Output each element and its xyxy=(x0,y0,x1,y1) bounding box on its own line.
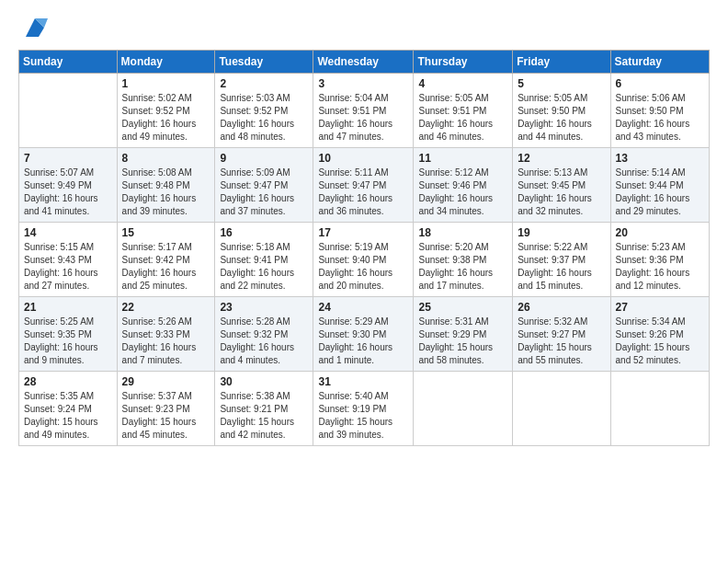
calendar-cell: 10Sunrise: 5:11 AM Sunset: 9:47 PM Dayli… xyxy=(313,148,414,223)
page: SundayMondayTuesdayWednesdayThursdayFrid… xyxy=(0,0,728,455)
calendar-cell xyxy=(19,74,118,148)
day-number: 11 xyxy=(418,152,507,165)
logo xyxy=(18,15,48,40)
day-info: Sunrise: 5:04 AM Sunset: 9:51 PM Dayligh… xyxy=(318,92,408,144)
day-info: Sunrise: 5:34 AM Sunset: 9:26 PM Dayligh… xyxy=(616,316,704,367)
day-number: 20 xyxy=(616,226,704,239)
day-number: 22 xyxy=(122,301,210,314)
day-info: Sunrise: 5:40 AM Sunset: 9:19 PM Dayligh… xyxy=(318,390,408,442)
day-number: 27 xyxy=(616,301,704,314)
day-number: 29 xyxy=(122,375,210,388)
calendar-cell: 7Sunrise: 5:07 AM Sunset: 9:49 PM Daylig… xyxy=(19,148,118,223)
day-info: Sunrise: 5:05 AM Sunset: 9:50 PM Dayligh… xyxy=(518,92,605,144)
day-number: 5 xyxy=(518,77,605,90)
calendar-cell: 2Sunrise: 5:03 AM Sunset: 9:52 PM Daylig… xyxy=(215,74,313,148)
day-number: 25 xyxy=(418,301,507,314)
calendar-cell: 29Sunrise: 5:37 AM Sunset: 9:23 PM Dayli… xyxy=(117,372,215,446)
day-number: 21 xyxy=(24,301,112,314)
day-info: Sunrise: 5:15 AM Sunset: 9:43 PM Dayligh… xyxy=(24,241,112,293)
day-number: 7 xyxy=(24,152,112,165)
column-header-friday: Friday xyxy=(513,51,610,74)
day-number: 2 xyxy=(220,77,308,90)
day-info: Sunrise: 5:22 AM Sunset: 9:37 PM Dayligh… xyxy=(518,241,605,293)
column-header-monday: Monday xyxy=(117,51,215,74)
day-info: Sunrise: 5:12 AM Sunset: 9:46 PM Dayligh… xyxy=(418,167,507,218)
calendar-cell: 17Sunrise: 5:19 AM Sunset: 9:40 PM Dayli… xyxy=(313,223,414,297)
day-number: 14 xyxy=(24,226,112,239)
day-info: Sunrise: 5:29 AM Sunset: 9:30 PM Dayligh… xyxy=(318,316,408,367)
day-info: Sunrise: 5:07 AM Sunset: 9:49 PM Dayligh… xyxy=(24,167,112,218)
calendar-cell: 1Sunrise: 5:02 AM Sunset: 9:52 PM Daylig… xyxy=(117,74,215,148)
day-info: Sunrise: 5:19 AM Sunset: 9:40 PM Dayligh… xyxy=(318,241,408,293)
day-info: Sunrise: 5:17 AM Sunset: 9:42 PM Dayligh… xyxy=(122,241,210,293)
calendar-cell: 9Sunrise: 5:09 AM Sunset: 9:47 PM Daylig… xyxy=(215,148,313,223)
calendar-cell: 4Sunrise: 5:05 AM Sunset: 9:51 PM Daylig… xyxy=(414,74,513,148)
day-number: 8 xyxy=(122,152,210,165)
day-info: Sunrise: 5:08 AM Sunset: 9:48 PM Dayligh… xyxy=(122,167,210,218)
calendar-cell: 11Sunrise: 5:12 AM Sunset: 9:46 PM Dayli… xyxy=(414,148,513,223)
logo-icon xyxy=(22,15,48,40)
week-row: 7Sunrise: 5:07 AM Sunset: 9:49 PM Daylig… xyxy=(19,148,710,223)
calendar-cell: 6Sunrise: 5:06 AM Sunset: 9:50 PM Daylig… xyxy=(610,74,709,148)
day-number: 6 xyxy=(616,77,704,90)
calendar-cell: 25Sunrise: 5:31 AM Sunset: 9:29 PM Dayli… xyxy=(414,297,513,372)
header xyxy=(18,15,710,40)
day-info: Sunrise: 5:28 AM Sunset: 9:32 PM Dayligh… xyxy=(220,316,308,367)
calendar-cell: 8Sunrise: 5:08 AM Sunset: 9:48 PM Daylig… xyxy=(117,148,215,223)
calendar-table: SundayMondayTuesdayWednesdayThursdayFrid… xyxy=(18,50,710,446)
day-info: Sunrise: 5:31 AM Sunset: 9:29 PM Dayligh… xyxy=(418,316,507,367)
calendar-cell: 21Sunrise: 5:25 AM Sunset: 9:35 PM Dayli… xyxy=(19,297,118,372)
day-number: 26 xyxy=(518,301,605,314)
day-info: Sunrise: 5:03 AM Sunset: 9:52 PM Dayligh… xyxy=(220,92,308,144)
day-number: 23 xyxy=(220,301,308,314)
day-number: 28 xyxy=(24,375,112,388)
day-info: Sunrise: 5:02 AM Sunset: 9:52 PM Dayligh… xyxy=(122,92,210,144)
day-number: 10 xyxy=(318,152,408,165)
day-number: 31 xyxy=(318,375,408,388)
day-number: 12 xyxy=(518,152,605,165)
day-number: 24 xyxy=(318,301,408,314)
day-info: Sunrise: 5:11 AM Sunset: 9:47 PM Dayligh… xyxy=(318,167,408,218)
column-header-saturday: Saturday xyxy=(610,51,709,74)
calendar-cell: 3Sunrise: 5:04 AM Sunset: 9:51 PM Daylig… xyxy=(313,74,414,148)
day-number: 18 xyxy=(418,226,507,239)
week-row: 1Sunrise: 5:02 AM Sunset: 9:52 PM Daylig… xyxy=(19,74,710,148)
day-number: 13 xyxy=(616,152,704,165)
day-info: Sunrise: 5:37 AM Sunset: 9:23 PM Dayligh… xyxy=(122,390,210,442)
day-number: 3 xyxy=(318,77,408,90)
column-header-wednesday: Wednesday xyxy=(313,51,414,74)
column-header-tuesday: Tuesday xyxy=(215,51,313,74)
day-info: Sunrise: 5:23 AM Sunset: 9:36 PM Dayligh… xyxy=(616,241,704,293)
column-header-sunday: Sunday xyxy=(19,51,118,74)
day-number: 9 xyxy=(220,152,308,165)
calendar-cell: 13Sunrise: 5:14 AM Sunset: 9:44 PM Dayli… xyxy=(610,148,709,223)
day-number: 17 xyxy=(318,226,408,239)
calendar-cell: 19Sunrise: 5:22 AM Sunset: 9:37 PM Dayli… xyxy=(513,223,610,297)
day-info: Sunrise: 5:38 AM Sunset: 9:21 PM Dayligh… xyxy=(220,390,308,442)
day-number: 16 xyxy=(220,226,308,239)
calendar-cell: 12Sunrise: 5:13 AM Sunset: 9:45 PM Dayli… xyxy=(513,148,610,223)
calendar-cell: 18Sunrise: 5:20 AM Sunset: 9:38 PM Dayli… xyxy=(414,223,513,297)
calendar-cell: 28Sunrise: 5:35 AM Sunset: 9:24 PM Dayli… xyxy=(19,372,118,446)
day-number: 19 xyxy=(518,226,605,239)
day-number: 1 xyxy=(122,77,210,90)
calendar-cell: 23Sunrise: 5:28 AM Sunset: 9:32 PM Dayli… xyxy=(215,297,313,372)
week-row: 21Sunrise: 5:25 AM Sunset: 9:35 PM Dayli… xyxy=(19,297,710,372)
calendar-cell: 15Sunrise: 5:17 AM Sunset: 9:42 PM Dayli… xyxy=(117,223,215,297)
calendar-cell xyxy=(513,372,610,446)
day-info: Sunrise: 5:13 AM Sunset: 9:45 PM Dayligh… xyxy=(518,167,605,218)
week-row: 28Sunrise: 5:35 AM Sunset: 9:24 PM Dayli… xyxy=(19,372,710,446)
day-number: 30 xyxy=(220,375,308,388)
week-row: 14Sunrise: 5:15 AM Sunset: 9:43 PM Dayli… xyxy=(19,223,710,297)
day-number: 15 xyxy=(122,226,210,239)
header-row: SundayMondayTuesdayWednesdayThursdayFrid… xyxy=(19,51,710,74)
day-info: Sunrise: 5:20 AM Sunset: 9:38 PM Dayligh… xyxy=(418,241,507,293)
calendar-cell: 5Sunrise: 5:05 AM Sunset: 9:50 PM Daylig… xyxy=(513,74,610,148)
day-info: Sunrise: 5:09 AM Sunset: 9:47 PM Dayligh… xyxy=(220,167,308,218)
day-info: Sunrise: 5:25 AM Sunset: 9:35 PM Dayligh… xyxy=(24,316,112,367)
calendar-cell: 16Sunrise: 5:18 AM Sunset: 9:41 PM Dayli… xyxy=(215,223,313,297)
calendar-cell: 20Sunrise: 5:23 AM Sunset: 9:36 PM Dayli… xyxy=(610,223,709,297)
calendar-cell: 26Sunrise: 5:32 AM Sunset: 9:27 PM Dayli… xyxy=(513,297,610,372)
calendar-cell xyxy=(610,372,709,446)
day-number: 4 xyxy=(418,77,507,90)
